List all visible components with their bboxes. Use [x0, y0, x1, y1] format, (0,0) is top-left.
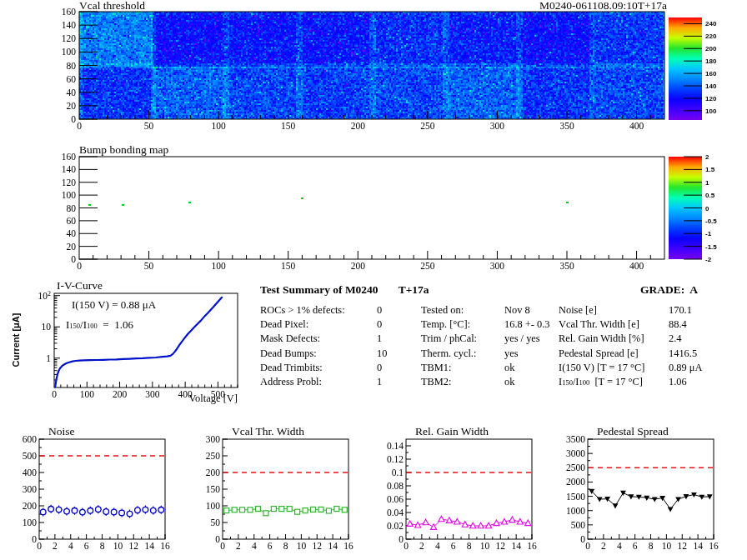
- y-tick-label: 80: [67, 61, 77, 71]
- y-tick-label: 2500: [566, 462, 585, 472]
- x-tick-label: 16: [709, 541, 719, 551]
- summary-label: Vcal Thr. Width [e]: [559, 318, 669, 332]
- colorbar-tick-label: 0.5: [705, 192, 715, 199]
- x-tick-label: 14: [511, 541, 521, 551]
- data-point: [72, 508, 78, 514]
- summary-value: 16.8 +- 0.3: [504, 318, 549, 332]
- x-tick-label: 6: [633, 541, 638, 551]
- vcal-map-title: Vcal threshold: [79, 0, 145, 12]
- summary-row: TBM1:ok: [421, 361, 559, 375]
- vcal_threshold_map-colorbar: 240220200180160140120100: [669, 18, 717, 120]
- x-tick-label: 400: [629, 121, 644, 131]
- data-point: [64, 508, 70, 514]
- x-tick-label: 12: [313, 541, 323, 551]
- vcal-threshold-heatmap: [79, 12, 664, 119]
- colorbar-gradient: [669, 18, 702, 120]
- data-point: [478, 522, 484, 528]
- data-point: [240, 508, 245, 512]
- x-tick-label: 100: [212, 261, 227, 271]
- summary-value: 1: [377, 332, 382, 346]
- data-point: [659, 496, 665, 501]
- data-point: [446, 518, 452, 523]
- colorbar-gradient: [669, 157, 702, 259]
- summary-label: Dead Pixel:: [260, 318, 377, 332]
- data-point: [699, 495, 704, 500]
- y-tick-label: 1000: [566, 506, 585, 516]
- summary-value: 1.06: [669, 375, 687, 389]
- vcal_thr_width_per_roc-plot: 0501001502002503000246810121416: [206, 434, 353, 551]
- summary-label: TBM1:: [421, 361, 504, 375]
- data-point: [430, 524, 436, 530]
- x-tick-label: 0: [52, 389, 57, 399]
- summary-row: Rel. Gain Width [%]2.4: [559, 332, 747, 346]
- summary-row: Dead Pixel:0: [260, 318, 414, 332]
- data-point: [644, 496, 649, 501]
- x-tick-label: 10: [480, 541, 490, 551]
- y-tick-label: 0.14: [387, 441, 404, 451]
- x-tick-label: 12: [129, 541, 139, 551]
- summary-value: 1416.5: [669, 347, 697, 361]
- x-tick-label: 0: [77, 261, 82, 271]
- summary-label: Mask Defects:: [260, 332, 377, 346]
- x-tick-label: 100: [212, 121, 227, 131]
- module-test-report-page: 0204060801001201401600501001502002503003…: [0, 0, 747, 560]
- summary-label: Therm. cycl.:: [421, 347, 504, 361]
- summary-heading-suffix: T+17a: [399, 283, 429, 296]
- y-tick-label: 500: [23, 451, 38, 461]
- data-point: [232, 508, 237, 512]
- summary-row: Noise [e]170.1: [559, 303, 747, 318]
- y-tick-label: 100: [62, 190, 77, 200]
- summary-row: Mask Defects:1: [260, 332, 414, 346]
- colorbar-tick-label: 180: [705, 58, 717, 65]
- x-tick-label: 150: [281, 261, 296, 271]
- x-tick-label: 4: [252, 541, 257, 551]
- data-point: [439, 516, 444, 522]
- y-tick-label: 120: [62, 178, 77, 188]
- y-tick-label: 60: [67, 74, 77, 84]
- x-tick-label: 200: [113, 389, 128, 399]
- x-tick-label: 200: [351, 121, 366, 131]
- data-point: [158, 508, 164, 513]
- y-tick-label: 250: [206, 451, 221, 461]
- data-point: [263, 511, 268, 516]
- summary-value: 88.4: [669, 318, 687, 332]
- grade-badge: GRADE: A: [640, 283, 698, 297]
- x-tick-label: 0: [220, 541, 225, 551]
- x-tick-label: 14: [693, 541, 703, 551]
- x-tick-label: 2: [236, 541, 241, 551]
- x-tick-label: 4: [617, 541, 622, 551]
- ratio-sub-100: 100: [87, 322, 98, 330]
- data-point: [279, 507, 284, 512]
- data-point: [604, 497, 610, 502]
- colorbar-tick-label: 1.5: [705, 166, 715, 173]
- colorbar-tick-label: -1.5: [705, 243, 717, 251]
- y-tick-label: 0: [215, 534, 220, 544]
- x-tick-label: 400: [629, 261, 644, 271]
- x-tick-label: 16: [160, 541, 170, 551]
- y-tick-label: 0.12: [387, 454, 404, 464]
- y-tick-label: 0.02: [387, 521, 404, 531]
- y-tick-label: 100: [62, 47, 77, 57]
- summary-label: Rel. Gain Width [%]: [559, 332, 669, 346]
- y-tick-label: 160: [62, 7, 77, 17]
- x-tick-label: 4: [68, 541, 73, 551]
- x-tick-label: 0: [77, 121, 82, 131]
- x-tick-label: 8: [100, 541, 105, 551]
- y-tick-label: 50: [211, 518, 221, 528]
- x-tick-label: 10: [113, 541, 123, 551]
- summary-row: Vcal Thr. Width [e]88.4: [559, 318, 747, 332]
- summary-label: Trim / phCal:: [421, 332, 504, 346]
- x-tick-label: 250: [420, 261, 435, 271]
- ratio-value: = 1.06: [98, 318, 133, 331]
- y-tick-label: 140: [62, 20, 77, 30]
- x-tick-label: 6: [84, 541, 89, 551]
- plot-frame: [39, 439, 165, 539]
- x-tick-label: 100: [80, 389, 95, 399]
- bump-map-title: Bump bonding map: [79, 144, 168, 156]
- data-series-line: [410, 519, 529, 528]
- data-point: [127, 511, 133, 517]
- summary-results-column: Noise [e]170.1Vcal Thr. Width [e]88.4Rel…: [559, 303, 747, 389]
- data-point: [494, 520, 499, 526]
- iv-curve-title: I-V-Curve: [57, 280, 103, 292]
- ratio-sub-150: 150: [69, 322, 80, 330]
